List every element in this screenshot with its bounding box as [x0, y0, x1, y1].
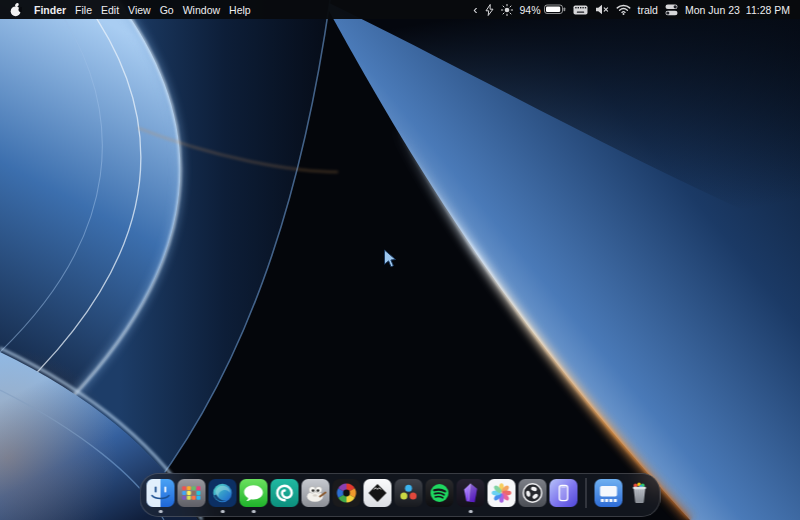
launchpad-icon — [178, 479, 206, 507]
spotify-icon — [426, 479, 454, 507]
dock-item-obsidian[interactable] — [457, 479, 485, 507]
davinci-resolve-icon — [395, 479, 423, 507]
iphone-mirroring-icon — [550, 479, 578, 507]
control-center-icon[interactable] — [665, 4, 678, 16]
volume-muted-icon[interactable] — [595, 4, 609, 15]
teal-spiral-app-icon — [271, 479, 299, 507]
dock-item-trash[interactable] — [626, 479, 654, 507]
battery-percent: 94% — [520, 4, 541, 16]
menu-edit[interactable]: Edit — [101, 4, 119, 16]
dock-item-obs-studio[interactable] — [519, 479, 547, 507]
inkscape-icon — [364, 479, 392, 507]
dock-separator — [586, 478, 587, 508]
desktop-wallpaper — [0, 0, 800, 520]
time-label: 11:28 PM — [746, 4, 790, 16]
trash-full-icon — [626, 479, 654, 507]
obsidian-icon — [457, 479, 485, 507]
apple-menu-icon[interactable] — [10, 3, 22, 17]
dock-item-inkscape[interactable] — [364, 479, 392, 507]
dock-item-photos[interactable] — [488, 479, 516, 507]
desktop-window-icon — [595, 479, 623, 507]
chevron-left-icon[interactable]: ‹ — [473, 5, 477, 15]
menu-help[interactable]: Help — [229, 4, 251, 16]
dock-item-messages[interactable] — [240, 479, 268, 507]
dock-item-gimp[interactable] — [302, 479, 330, 507]
date-label: Mon Jun 23 — [685, 4, 740, 16]
battery-status[interactable]: 94% — [520, 4, 566, 16]
input-source-label[interactable]: trald — [638, 4, 658, 16]
dock-item-desktop-window[interactable] — [595, 479, 623, 507]
brightness-icon[interactable] — [501, 4, 513, 16]
menu-window[interactable]: Window — [183, 4, 220, 16]
finder-icon — [147, 479, 175, 507]
menu-go[interactable]: Go — [160, 4, 174, 16]
battery-icon — [544, 4, 566, 15]
dock-item-davinci-resolve[interactable] — [395, 479, 423, 507]
dock-item-finder[interactable] — [147, 479, 175, 507]
dock-item-spotify[interactable] — [426, 479, 454, 507]
gimp-icon — [302, 479, 330, 507]
obs-studio-icon — [519, 479, 547, 507]
messages-icon — [240, 479, 268, 507]
dock-item-color-wheel-app[interactable] — [333, 479, 361, 507]
menu-finder[interactable]: Finder — [34, 4, 66, 16]
dock-item-launchpad[interactable] — [178, 479, 206, 507]
dock-item-iphone-mirroring[interactable] — [550, 479, 578, 507]
charging-bolt-icon[interactable] — [485, 4, 494, 16]
keyboard-icon[interactable] — [573, 5, 588, 15]
menu-file[interactable]: File — [75, 4, 92, 16]
dock-item-teal-spiral-app[interactable] — [271, 479, 299, 507]
menu-view[interactable]: View — [128, 4, 151, 16]
dock — [140, 473, 661, 517]
microsoft-edge-icon — [209, 479, 237, 507]
color-wheel-app-icon — [333, 479, 361, 507]
menu-bar: Finder File Edit View Go Window Help ‹ 9… — [0, 0, 800, 19]
dock-item-microsoft-edge[interactable] — [209, 479, 237, 507]
wifi-icon[interactable] — [616, 4, 631, 15]
menu-clock[interactable]: Mon Jun 23 11:28 PM — [685, 4, 790, 16]
photos-icon — [488, 479, 516, 507]
